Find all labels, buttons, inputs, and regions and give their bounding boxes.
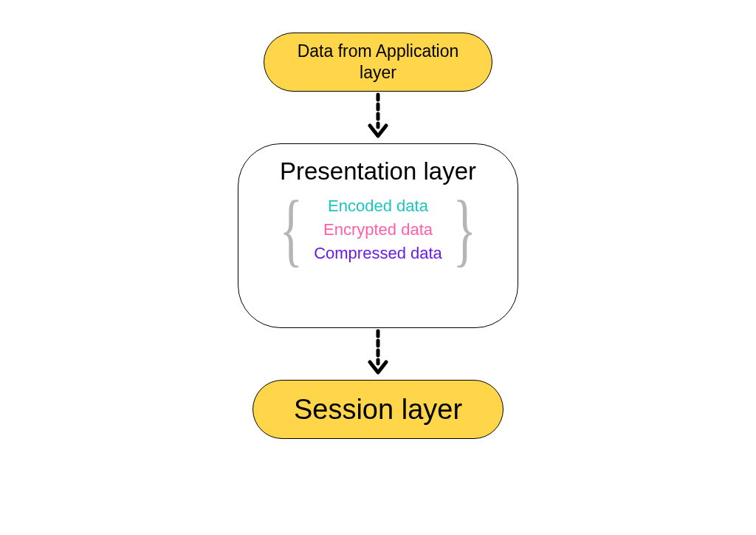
encrypted-data-label: Encrypted data [323, 220, 433, 239]
application-layer-label: Data from Application layer [278, 41, 478, 84]
presentation-layer-title: Presentation layer [280, 157, 476, 185]
data-transform-list: Encoded data Encrypted data Compressed d… [314, 197, 442, 263]
session-layer-label: Session layer [294, 394, 462, 426]
compressed-data-label: Compressed data [314, 244, 442, 263]
arrow-down-icon [363, 328, 393, 380]
left-brace-icon: { [280, 193, 303, 266]
presentation-layer-box: Presentation layer { Encoded data Encryp… [238, 143, 518, 328]
presentation-layer-diagram: Data from Application layer Presentation… [238, 33, 518, 439]
session-layer-box: Session layer [252, 380, 504, 439]
encoded-data-label: Encoded data [328, 197, 428, 216]
right-brace-icon: } [453, 193, 476, 266]
presentation-data-group: { Encoded data Encrypted data Compressed… [272, 193, 484, 266]
application-layer-box: Data from Application layer [264, 33, 492, 92]
arrow-down-icon [363, 92, 393, 143]
